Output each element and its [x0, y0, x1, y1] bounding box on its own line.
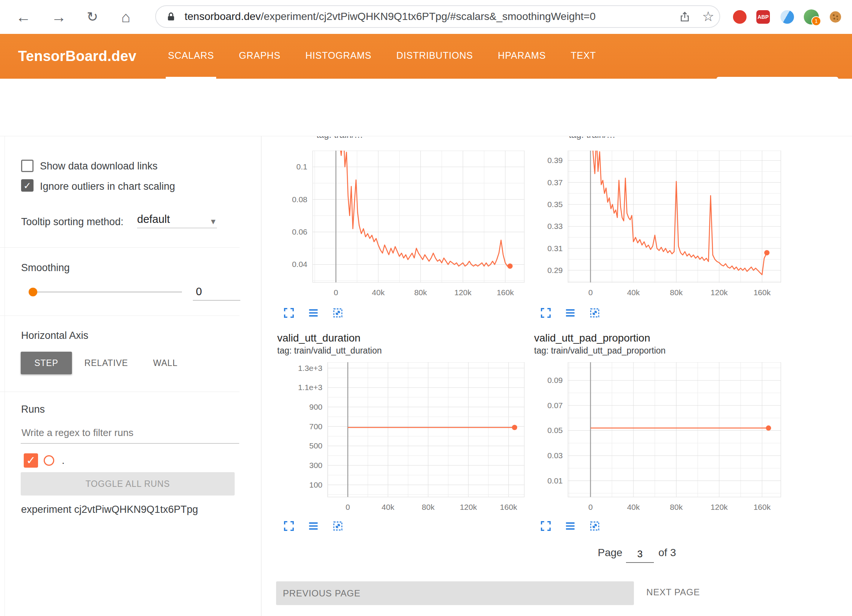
tab-histograms[interactable]: HISTOGRAMS — [303, 34, 374, 79]
forward-icon[interactable]: → — [51, 0, 66, 34]
address-bar[interactable]: tensorboard.dev/experiment/cj2vtPiwQHKN9… — [155, 5, 720, 28]
page-number-input[interactable] — [626, 547, 654, 563]
adblock-extension-icon[interactable] — [733, 10, 747, 24]
clipped-chart-header: tag: train/… — [569, 136, 765, 148]
app-logo[interactable]: TensorBoard.dev — [18, 34, 136, 79]
svg-text:0.04: 0.04 — [292, 260, 307, 268]
svg-text:0.09: 0.09 — [547, 376, 563, 384]
profile-avatar[interactable]: 1 — [804, 9, 819, 24]
svg-text:80k: 80k — [670, 288, 683, 297]
svg-text:120k: 120k — [711, 503, 728, 511]
abp-extension-icon[interactable]: ABP — [756, 10, 770, 24]
expand-chart-icon[interactable] — [282, 520, 295, 532]
cookie-icon[interactable] — [829, 10, 842, 24]
tooltip-sorting-dropdown[interactable]: default ▾ — [137, 213, 217, 228]
smoothing-slider-track[interactable] — [33, 291, 182, 293]
page-label: Page — [598, 547, 622, 559]
axis-relative-button[interactable]: RELATIVE — [72, 352, 140, 374]
show-download-links-checkbox[interactable] — [21, 160, 34, 172]
data-lines-icon[interactable] — [564, 306, 577, 319]
svg-text:0.31: 0.31 — [547, 244, 563, 253]
svg-text:0: 0 — [588, 503, 593, 511]
svg-text:500: 500 — [309, 441, 322, 450]
abp-badge-text: ABP — [756, 10, 770, 24]
smoothing-value-input[interactable] — [193, 284, 240, 300]
smoothing-slider-thumb[interactable] — [29, 288, 37, 296]
divider — [0, 247, 240, 248]
svg-text:300: 300 — [309, 461, 322, 470]
home-icon[interactable]: ⌂ — [121, 0, 130, 34]
avatar-badge: 1 — [811, 16, 821, 26]
sub-header: Crea LSTM transducer training for LibriS… — [0, 79, 852, 136]
svg-text:40k: 40k — [382, 503, 394, 511]
svg-text:0.06: 0.06 — [292, 227, 307, 236]
show-download-links-label: Show data download links — [40, 160, 157, 172]
svg-text:0: 0 — [588, 288, 593, 297]
svg-text:160k: 160k — [753, 288, 771, 297]
divider — [0, 316, 240, 316]
tab-scalars[interactable]: SCALARS — [166, 34, 216, 79]
chart-title: valid_utt_duration — [277, 332, 360, 344]
run-checkbox[interactable]: ✓ — [24, 453, 38, 468]
runs-filter-input[interactable] — [21, 425, 239, 444]
main-nav: SCALARS GRAPHS HISTOGRAMS DISTRIBUTIONS … — [166, 34, 598, 79]
svg-text:100: 100 — [309, 480, 322, 489]
svg-text:160k: 160k — [500, 503, 517, 511]
tab-distributions[interactable]: DISTRIBUTIONS — [394, 34, 475, 79]
ignore-outliers-checkbox[interactable]: ✓ — [21, 179, 34, 192]
fit-domain-icon[interactable] — [331, 520, 344, 532]
svg-text:80k: 80k — [670, 503, 683, 511]
page-total-label: of 3 — [658, 547, 676, 559]
data-lines-icon[interactable] — [564, 520, 577, 532]
smoothing-label: Smoothing — [21, 262, 70, 274]
svg-text:1.1e+3: 1.1e+3 — [298, 383, 322, 392]
previous-page-button[interactable]: PREVIOUS PAGE — [276, 581, 634, 605]
svg-text:0: 0 — [334, 288, 338, 297]
svg-text:0: 0 — [346, 503, 350, 511]
chart-title: valid_utt_pad_proportion — [534, 332, 650, 344]
tab-text[interactable]: TEXT — [568, 34, 598, 79]
url-text[interactable]: tensorboard.dev/experiment/cj2vtPiwQHKN9… — [185, 6, 595, 27]
extension-icon[interactable] — [780, 10, 794, 24]
bookmark-star-icon[interactable]: ☆ — [702, 6, 714, 27]
run-color-swatch[interactable] — [44, 455, 54, 466]
expand-chart-icon[interactable] — [282, 306, 295, 319]
svg-text:0.03: 0.03 — [547, 451, 563, 460]
reload-icon[interactable]: ↻ — [87, 0, 98, 34]
app-header: TensorBoard.dev SCALARS GRAPHS HISTOGRAM… — [0, 34, 852, 79]
tab-graphs[interactable]: GRAPHS — [237, 34, 282, 79]
svg-text:40k: 40k — [372, 288, 385, 297]
lock-icon — [166, 12, 176, 22]
svg-text:0.01: 0.01 — [547, 476, 563, 485]
data-lines-icon[interactable] — [307, 306, 320, 319]
svg-text:0.07: 0.07 — [547, 401, 563, 410]
chevron-down-icon: ▾ — [211, 216, 215, 227]
svg-text:120k: 120k — [454, 288, 472, 297]
expand-chart-icon[interactable] — [539, 520, 552, 532]
svg-text:40k: 40k — [627, 503, 640, 511]
fit-domain-icon[interactable] — [588, 306, 601, 319]
fit-domain-icon[interactable] — [588, 520, 601, 532]
svg-text:0.05: 0.05 — [547, 426, 563, 435]
data-lines-icon[interactable] — [307, 520, 320, 532]
svg-text:0.39: 0.39 — [547, 156, 563, 165]
back-icon[interactable]: ← — [16, 0, 31, 34]
chart-tag: tag: train/valid_utt_duration — [277, 346, 382, 356]
fit-domain-icon[interactable] — [331, 306, 344, 319]
axis-wall-button[interactable]: WALL — [140, 352, 190, 374]
horizontal-axis-toggle: STEP RELATIVE WALL — [21, 352, 190, 374]
horizontal-axis-label: Horizontal Axis — [21, 330, 89, 342]
divider — [0, 392, 240, 392]
settings-sidebar: Show data download links ✓ Ignore outlie… — [0, 136, 261, 616]
svg-text:160k: 160k — [497, 288, 514, 297]
axis-step-button[interactable]: STEP — [21, 352, 72, 374]
next-page-button[interactable]: NEXT PAGE — [644, 587, 702, 598]
share-icon[interactable] — [679, 11, 691, 23]
check-icon: ✓ — [26, 454, 35, 467]
expand-chart-icon[interactable] — [539, 306, 552, 319]
svg-text:0.35: 0.35 — [547, 200, 563, 209]
tab-hparams[interactable]: HPARAMS — [496, 34, 548, 79]
charts-area: tag: train/… tag: train/… 040k80k120k160… — [261, 136, 852, 616]
runs-section-label: Runs — [21, 404, 45, 415]
toggle-all-runs-button[interactable]: TOGGLE ALL RUNS — [21, 472, 235, 496]
